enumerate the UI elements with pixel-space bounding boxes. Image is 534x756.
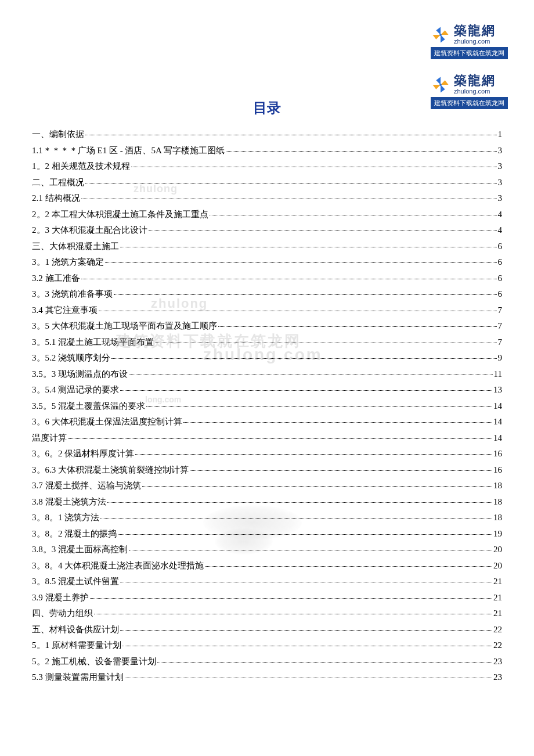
toc-leader-dots <box>120 630 492 631</box>
toc-label: 3.8 混凝土浇筑方法 <box>32 498 106 506</box>
toc-page-number: 6 <box>498 242 503 251</box>
toc-label: 二、工程概况 <box>32 178 84 187</box>
logo-text: 築龍網 zhulong.com <box>454 74 496 95</box>
toc-row: 3.4 其它注意事项7 <box>32 306 502 322</box>
toc-label: 3.2 施工准备 <box>32 274 80 283</box>
toc-leader-dots <box>146 406 492 407</box>
toc-page-number: 23 <box>493 673 502 682</box>
toc-leader-dots <box>90 598 493 599</box>
toc-label: 3。5.1 混凝土施工现场平面布置 <box>32 338 154 347</box>
toc-page-number: 1 <box>498 130 503 139</box>
svg-marker-7 <box>441 85 445 93</box>
toc-page-number: 11 <box>494 370 502 379</box>
toc-page-number: 7 <box>498 338 503 347</box>
toc-label: 5。2 施工机械、设备需要量计划 <box>32 657 156 666</box>
toc-label: 3.5。3 现场测温点的布设 <box>32 370 128 379</box>
toc-leader-dots <box>114 294 497 295</box>
logo-row: 築龍網 zhulong.com <box>431 24 496 45</box>
toc-row: 3.2 施工准备6 <box>32 274 502 290</box>
toc-page-number: 23 <box>493 657 502 666</box>
toc-row: 3.9 混凝土养护21 <box>32 593 502 610</box>
toc-page-number: 21 <box>493 609 502 618</box>
toc-leader-dots <box>120 582 492 582</box>
toc-row: 3。5.1 混凝土施工现场平面布置7 <box>32 338 502 354</box>
toc-row: 3.7 混凝土搅拌、运输与浇筑18 <box>32 481 502 498</box>
toc-leader-dots <box>142 486 493 487</box>
toc-leader-dots <box>120 247 497 247</box>
toc-page-number: 22 <box>493 641 502 650</box>
toc-leader-dots <box>99 311 497 311</box>
toc-leader-dots <box>105 262 497 263</box>
toc-page-number: 14 <box>493 417 502 426</box>
toc-row: 一、编制依据1 <box>32 130 502 146</box>
toc-leader-dots <box>81 199 497 199</box>
toc-label: 3。8.5 混凝土试件留置 <box>32 577 119 586</box>
toc-row: 1。2 相关规范及技术规程3 <box>32 162 502 178</box>
logo-cn: 築龍網 <box>454 74 496 87</box>
toc-leader-dots <box>68 438 492 439</box>
toc-row: 2.1 结构概况3 <box>32 194 502 210</box>
toc-leader-dots <box>157 662 492 663</box>
toc-label: 3.7 混凝土搅拌、运输与浇筑 <box>32 481 141 490</box>
logo-en: zhulong.com <box>454 88 496 95</box>
toc-label: 3。8。4 大体积混凝土浇注表面泌水处理措施 <box>32 561 204 570</box>
toc-page-number: 7 <box>498 306 503 315</box>
toc-row: 3.8。3 混凝土面标高控制20 <box>32 545 502 561</box>
toc-page-number: 20 <box>493 561 502 570</box>
toc-leader-dots <box>129 375 493 375</box>
logo-row: 築龍網 zhulong.com <box>431 74 496 95</box>
toc-row: 3.5。5 混凝土覆盖保温的要求14 <box>32 402 502 418</box>
toc-page-number: 20 <box>493 545 502 554</box>
toc-label: 3。5.2 浇筑顺序划分 <box>32 354 110 362</box>
toc-page-number: 9 <box>498 354 503 362</box>
toc-page-number: 19 <box>493 530 502 538</box>
svg-marker-5 <box>436 77 441 85</box>
toc-label: 3。6 大体积混凝土保温法温度控制计算 <box>32 417 182 426</box>
toc-page-number: 14 <box>493 402 502 411</box>
toc-label: 2。2 本工程大体积混凝土施工条件及施工重点 <box>32 210 208 219</box>
toc-label: 3。1 浇筑方案确定 <box>32 258 104 267</box>
brand-logo-top: 築龍網 zhulong.com 建筑资料下载就在筑龙网 <box>431 24 508 59</box>
toc-leader-dots <box>107 502 493 503</box>
toc-page-number: 3 <box>498 162 503 171</box>
toc-page-number: 3 <box>498 146 503 155</box>
toc-row: 3。5.2 浇筑顺序划分9 <box>32 354 502 370</box>
toc-page-number: 14 <box>493 434 502 442</box>
toc-row: 3。6.3 大体积混凝土浇筑前裂缝控制计算16 <box>32 466 502 482</box>
toc-label: 三、大体积混凝土施工 <box>32 242 119 251</box>
toc-page-number: 18 <box>493 498 502 506</box>
toc-row: 2。3 大体积混凝土配合比设计4 <box>32 226 502 242</box>
toc-label: 3。3 浇筑前准备事项 <box>32 290 113 298</box>
toc-row: 1.1＊＊＊＊广场 E1 区 - 酒店、5A 写字楼施工图纸3 <box>32 146 502 163</box>
svg-marker-6 <box>441 80 449 85</box>
svg-point-9 <box>439 84 442 86</box>
toc-row: 3。8。1 浇筑方法18 <box>32 513 502 530</box>
toc-row: 3.8 混凝土浇筑方法18 <box>32 498 502 514</box>
logo-en: zhulong.com <box>454 38 496 45</box>
toc-page-number: 18 <box>493 513 502 522</box>
toc-label: 3.4 其它注意事项 <box>32 306 98 315</box>
toc-label: 四、劳动力组织 <box>32 609 93 618</box>
toc-leader-dots <box>111 358 497 359</box>
toc-label: 3。5 大体积混凝土施工现场平面布置及施工顺序 <box>32 322 217 330</box>
toc-page-number: 6 <box>498 258 503 267</box>
toc-label: 3。8。2 混凝土的振捣 <box>32 530 117 538</box>
toc-row: 2。2 本工程大体积混凝土施工条件及施工重点4 <box>32 210 502 226</box>
toc-row: 3。8。4 大体积混凝土浇注表面泌水处理措施20 <box>32 561 502 578</box>
svg-marker-3 <box>432 35 441 39</box>
toc-label: 五、材料设备供应计划 <box>32 625 119 634</box>
toc-leader-dots <box>135 454 492 455</box>
toc-page-number: 21 <box>493 577 502 586</box>
toc-row: 3。5 大体积混凝土施工现场平面布置及施工顺序7 <box>32 322 502 338</box>
toc-leader-dots <box>122 646 492 646</box>
toc-label: 1。2 相关规范及技术规程 <box>32 162 130 171</box>
svg-marker-2 <box>441 35 445 43</box>
toc-page-number: 18 <box>493 481 502 490</box>
toc-leader-dots <box>149 231 497 231</box>
toc-label: 2。3 大体积混凝土配合比设计 <box>32 226 147 235</box>
toc-label: 3。5.4 测温记录的要求 <box>32 386 119 394</box>
toc-label: 2.1 结构概况 <box>32 194 80 203</box>
toc-row: 3。6 大体积混凝土保温法温度控制计算14 <box>32 417 502 434</box>
svg-point-4 <box>439 34 442 36</box>
toc-label: 3。8。1 浇筑方法 <box>32 513 99 522</box>
